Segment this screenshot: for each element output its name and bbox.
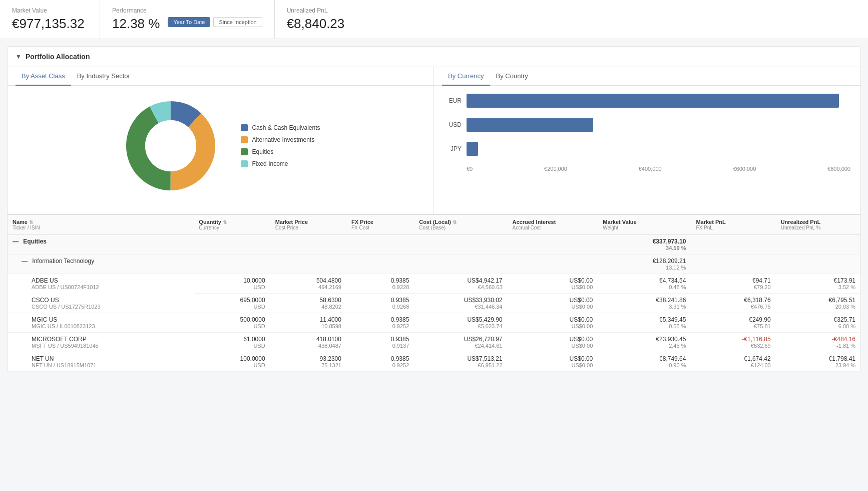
cell-pnl-msft: -€1,116.85€632.69 (691, 333, 775, 352)
cell-name-net: NET UN NET UN / US18915M1071 (8, 352, 194, 372)
market-value-label: Market Value (12, 7, 88, 14)
cell-pnl-adbe: €94.71 €79.20 (691, 274, 775, 294)
subgroup-weight-infotech: 13.12 % (603, 265, 686, 271)
bar-row-eur: EUR (444, 94, 850, 108)
col-header-qty: Quantity ⇅ Currency (194, 215, 270, 235)
col-header-pnl: Market PnL FX PnL (691, 215, 775, 235)
group-row-equities: — Equities €337,973.10 34.59 % (8, 235, 860, 255)
collapse-icon[interactable]: ▼ (16, 53, 22, 60)
cell-pnl-mgic: €249.90-€75.81 (691, 313, 775, 333)
legend-cash: Cash & Cash Equivalents (241, 124, 320, 131)
cell-ai-csco: US$0.00US$0.00 (508, 294, 598, 313)
donut-area: Cash & Cash Equivalents Alternative Inve… (8, 86, 433, 206)
perf-tab-ytd[interactable]: Year To Date (168, 17, 210, 27)
cell-upnl-mgic: €325.716.00 % (776, 313, 860, 333)
bar-label-eur: EUR (444, 97, 462, 104)
x-label-800: €800,000 (827, 166, 850, 172)
legend-equities: Equities (241, 148, 320, 155)
right-tab-bar: By Currency By Country (434, 67, 860, 86)
sort-icon-name[interactable]: ⇅ (29, 219, 33, 225)
x-label-200: €200,000 (544, 166, 567, 172)
swatch-fixed (241, 160, 248, 167)
isin-adbe: ADBE US / US00724F1012 (32, 284, 99, 290)
unrealized-pnl-card: Unrealized PnL €8,840.23 (275, 0, 375, 39)
cell-name-msft: MICROSOFT CORP MSFT US / US5949181045 (8, 333, 194, 352)
tab-by-asset-class[interactable]: By Asset Class (16, 67, 71, 86)
cell-mp-csco: 58.630048.8202 (270, 294, 346, 313)
table-header-row: Name ⇅ Ticker / ISIN Quantity ⇅ Currency… (8, 215, 860, 235)
bar-label-usd: USD (444, 121, 462, 128)
sort-icon-cost[interactable]: ⇅ (453, 219, 457, 225)
donut-legend: Cash & Cash Equivalents Alternative Inve… (241, 124, 320, 167)
cell-upnl-csco: €6,795.5120.03 % (776, 294, 860, 313)
cell-upnl-adbe: €173.91 3.52 % (776, 274, 860, 294)
cell-mp-net: 93.230075.1321 (270, 352, 346, 372)
bar-track-eur (467, 94, 850, 108)
portfolio-section: ▼ Portfolio Allocation By Asset Class By… (7, 46, 861, 372)
right-allocation: By Currency By Country EUR USD (434, 67, 860, 214)
tab-by-country[interactable]: By Country (490, 67, 534, 86)
cell-fx-mgic: 0.93850.9252 (346, 313, 414, 333)
swatch-equities (241, 148, 248, 155)
cell-qty-mgic: 500.0000USD (194, 313, 270, 333)
x-label-400: €400,000 (639, 166, 662, 172)
bar-fill-eur (467, 94, 839, 108)
legend-cash-label: Cash & Cash Equivalents (252, 124, 320, 131)
cell-fx-adbe: 0.9385 0.9228 (346, 274, 414, 294)
legend-equities-label: Equities (252, 148, 273, 155)
cell-cost-mgic: US$5,429.90€5,023.74 (414, 313, 507, 333)
tab-by-industry[interactable]: By Industry Sector (71, 67, 136, 86)
legend-alt: Alternative Investments (241, 136, 320, 143)
cell-mv-mgic: €5,349.450.55 % (598, 313, 691, 333)
cell-mv-csco: €38,241.863.91 % (598, 294, 691, 313)
cell-mv-msft: €23,930.452.45 % (598, 333, 691, 352)
market-value-card: Market Value €977,135.32 (0, 0, 100, 39)
col-header-name: Name ⇅ Ticker / ISIN (8, 215, 194, 235)
col-header-upnl: Unrealized PnL Unrealized PnL % (776, 215, 860, 235)
col-sub-costbase: Cost (Base) (419, 225, 502, 230)
col-header-mv: Market Value Weight (598, 215, 691, 235)
col-sub-upnlpct: Unrealized PnL % (781, 225, 855, 230)
portfolio-header: ▼ Portfolio Allocation (8, 47, 860, 67)
cell-ai-mgic: US$0.00US$0.00 (508, 313, 598, 333)
group-collapse-equities[interactable]: — (13, 238, 19, 245)
x-label-0: €0 (467, 166, 473, 172)
cell-cost-csco: US$33,930.02€31,446.34 (414, 294, 507, 313)
cell-fx-msft: 0.93850.9137 (346, 333, 414, 352)
subgroup-collapse-infotech[interactable]: — (22, 258, 28, 265)
group-upnl-equities (776, 235, 860, 255)
holdings-table-wrapper: Name ⇅ Ticker / ISIN Quantity ⇅ Currency… (8, 214, 860, 372)
cell-mp-mgic: 11.400010.8598 (270, 313, 346, 333)
left-allocation: By Asset Class By Industry Sector (8, 67, 434, 214)
table-row: NET UN NET UN / US18915M1071 100.0000USD… (8, 352, 860, 372)
col-sub-weight: Weight (603, 225, 686, 230)
col-sub-fxcost: FX Cost (351, 225, 409, 230)
cell-name-mgic: MGIC US MGIC US / IL0010823123 (8, 313, 194, 333)
col-sub-currency: Currency (199, 225, 265, 230)
cell-mv-adbe: €4,734.54 0.48 % (598, 274, 691, 294)
perf-tab-si[interactable]: Since Inception (213, 17, 262, 27)
cell-qty-net: 100.0000USD (194, 352, 270, 372)
swatch-alt (241, 136, 248, 143)
allocation-area: By Asset Class By Industry Sector (8, 67, 860, 214)
swatch-cash (241, 124, 248, 131)
subgroup-name-infotech: — Information Technology (8, 255, 598, 274)
unrealized-pnl: €8,840.23 (287, 16, 363, 32)
tab-by-currency[interactable]: By Currency (442, 67, 490, 86)
donut-chart (121, 96, 221, 196)
top-bar: Market Value €977,135.32 Performance 12.… (0, 0, 868, 39)
left-tab-bar: By Asset Class By Industry Sector (8, 67, 433, 86)
bar-track-jpy (467, 142, 850, 156)
subgroup-mv-infotech: €128,209.21 13.12 % (598, 255, 691, 274)
performance-label: Performance (112, 7, 262, 14)
cell-mv-net: €8,749.640.90 % (598, 352, 691, 372)
cell-fx-net: 0.93850.9252 (346, 352, 414, 372)
sort-icon-qty[interactable]: ⇅ (223, 219, 227, 225)
group-mv-equities: €337,973.10 34.59 % (598, 235, 691, 255)
performance-card: Performance 12.38 % Year To Date Since I… (100, 0, 275, 39)
cell-cost-net: US$7,513.21€6,951.22 (414, 352, 507, 372)
cell-ai-net: US$0.00US$0.00 (508, 352, 598, 372)
table-row: CSCO US CSCO US / US17275R1023 695.0000U… (8, 294, 860, 313)
cell-fx-csco: 0.93850.9268 (346, 294, 414, 313)
cell-mp-adbe: 504.4800 494.2169 (270, 274, 346, 294)
